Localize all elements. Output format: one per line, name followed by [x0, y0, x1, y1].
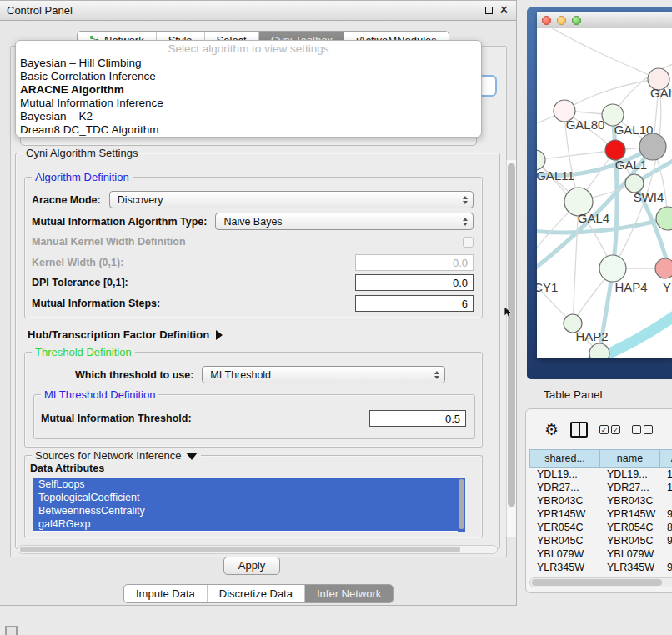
node-label-GCY1: GCY1 [537, 280, 558, 294]
which-threshold-row: Which threshold to use: MI Threshold [75, 366, 474, 383]
table-row[interactable]: YBL079WYBL079W [529, 548, 672, 561]
network-node-GAL11[interactable] [537, 150, 545, 170]
control-panel-title: Control Panel [7, 4, 73, 17]
table-hscroll-thumb[interactable] [532, 579, 662, 586]
table-row[interactable]: YDL19...YDL19...13 [529, 468, 672, 481]
table-cell: 8. [659, 521, 672, 534]
algorithm-option[interactable]: ARACNE Algorithm [16, 83, 481, 97]
settings-vertical-scrollbar[interactable] [506, 160, 516, 537]
attribute-item[interactable]: BetweennessCentrality [33, 504, 465, 518]
algorithm-option[interactable]: Basic Correlation Inference [16, 70, 481, 83]
select-all-icon[interactable]: ✓✓ [599, 425, 620, 434]
table-cell: YBR043C [599, 494, 659, 508]
data-attributes-list[interactable]: SelfLoopsTopologicalCoefficientBetweenne… [33, 478, 465, 532]
attribute-item[interactable]: SelfLoops [33, 478, 465, 491]
network-view-frame: GALGAL80GAL10GAL1GAL11GAL4SWI4GCY1HAP4YH… [527, 8, 672, 379]
network-node-bottom-green[interactable] [589, 343, 609, 358]
network-view-window: GALGAL80GAL10GAL1GAL11GAL4SWI4GCY1HAP4YH… [537, 12, 672, 358]
deselect-all-icon[interactable] [632, 425, 653, 434]
table-panel-title: Table Panel [544, 388, 603, 401]
table-header-cell[interactable]: shared... [529, 449, 599, 468]
table-cell: 13 [659, 468, 672, 481]
table-row[interactable]: YBR043CYBR043C [529, 494, 672, 508]
gear-icon[interactable]: ⚙ [544, 422, 559, 438]
minimize-traffic-light-icon[interactable] [557, 16, 566, 25]
network-edge[interactable] [537, 150, 615, 160]
table-cell: YDL19... [599, 468, 659, 481]
mi-type-row: Mutual Information Algorithm Type: Naive… [32, 212, 474, 230]
kernel-width-field[interactable]: 0.0 [355, 254, 474, 271]
table-row[interactable]: YPR145WYPR145W9. [529, 508, 672, 521]
network-node-salmon-node[interactable] [655, 258, 672, 278]
which-threshold-label: Which threshold to use: [75, 369, 193, 381]
kernel-width-row: Kernel Width (0,1): 0.0 [32, 254, 474, 271]
table-cell: YDL19... [529, 468, 599, 481]
bottom-tab-infer-network[interactable]: Infer Network [305, 585, 393, 602]
table-row[interactable]: YDR27...YDR27...12 [529, 481, 672, 494]
aracne-mode-select[interactable]: Discovery [109, 191, 474, 208]
table-cell: YBL079W [599, 548, 659, 561]
window-grip-icon[interactable] [5, 626, 18, 635]
algorithm-option[interactable]: Mutual Information Inference [16, 97, 481, 110]
vscroll-thumb[interactable] [508, 163, 515, 507]
settings-horizontal-scrollbar[interactable] [18, 545, 498, 554]
network-edge[interactable] [545, 28, 659, 79]
table-panel-card: ⚙ ✓✓ shared...nameAYDL19...YDL19...13YDR… [525, 408, 672, 593]
table-horizontal-scrollbar[interactable] [529, 578, 672, 588]
table-header-cell[interactable]: A [659, 449, 672, 468]
bottom-tab-impute-data[interactable]: Impute Data [124, 585, 208, 602]
mi-threshold-field[interactable]: 0.5 [369, 410, 466, 427]
columns-icon[interactable] [570, 422, 588, 438]
table-header-cell[interactable]: name [599, 449, 659, 468]
dpi-tolerance-field[interactable]: 0.0 [355, 274, 474, 291]
screen: { "window": { "title": "Control Panel", … [0, 0, 672, 635]
close-icon[interactable]: ✕ [499, 3, 509, 16]
hub-definition-row[interactable]: Hub/Transcription Factor Definition [28, 328, 491, 341]
network-graph-canvas[interactable]: GALGAL80GAL10GAL1GAL11GAL4SWI4GCY1HAP4YH… [537, 28, 672, 358]
aracne-mode-row: Aracne Mode: Discovery [32, 191, 474, 208]
table-cell [659, 548, 672, 561]
attribute-item[interactable]: gal4RGexp [33, 518, 465, 531]
sources-group-title: Sources for Network Inference [32, 449, 201, 462]
which-threshold-select[interactable]: MI Threshold [202, 366, 445, 383]
mi-steps-label: Mutual Information Steps: [32, 298, 160, 309]
close-traffic-light-icon[interactable] [542, 16, 551, 25]
network-node-green-big[interactable] [656, 207, 672, 230]
table-cell: YBR045C [599, 534, 659, 548]
bottom-tab-discretize-data[interactable]: Discretize Data [208, 585, 305, 602]
node-label-GAL4: GAL4 [578, 211, 609, 225]
node-table[interactable]: shared...nameAYDL19...YDL19...13YDR27...… [529, 449, 672, 588]
control-panel-titlebar[interactable]: Control Panel ✕ [0, 1, 516, 21]
manual-kernel-checkbox[interactable] [463, 237, 474, 248]
apply-button[interactable]: Apply [223, 557, 280, 575]
table-row[interactable]: YER054CYER054C8. [529, 521, 672, 534]
zoom-traffic-light-icon[interactable] [572, 16, 581, 25]
table-row[interactable]: YLR345WYLR345W9. [529, 561, 672, 574]
node-label-HAP4: HAP4 [614, 280, 647, 294]
cyni-algorithm-settings-group: Cyni Algorithm Settings Algorithm Defini… [15, 152, 500, 549]
bottom-tab-label: Impute Data [136, 588, 195, 600]
node-label-HAP2: HAP2 [575, 329, 608, 343]
disclosure-right-icon[interactable] [216, 330, 223, 340]
table-row[interactable]: YBR045CYBR045C9. [529, 534, 672, 548]
algorithm-option[interactable]: Bayesian – K2 [16, 110, 481, 123]
attribute-item[interactable]: TopologicalCoefficient [33, 491, 465, 504]
table-cell: YBR045C [529, 534, 599, 548]
network-node-gray-node[interactable] [639, 133, 666, 160]
collapse-down-icon[interactable] [186, 452, 198, 460]
table-cell: YLR345W [529, 561, 599, 574]
table-cell: YDR27... [529, 481, 599, 494]
table-cell: 9. [659, 534, 672, 548]
table-toolbar: ⚙ ✓✓ [526, 409, 672, 449]
mi-steps-field[interactable]: 6 [355, 295, 474, 312]
hscroll-thumb[interactable] [20, 547, 460, 552]
network-node-HAP4[interactable] [599, 255, 626, 282]
attributes-scrollbar[interactable] [458, 478, 465, 532]
mi-type-select[interactable]: Naive Bayes [215, 212, 474, 230]
node-label-pink-top: GAL [650, 86, 672, 100]
bottom-tab-label: Discretize Data [219, 588, 293, 600]
algorithm-option[interactable]: Dream8 DC_TDC Algorithm [16, 123, 481, 137]
float-window-icon[interactable] [485, 7, 493, 14]
network-window-titlebar[interactable] [537, 12, 672, 28]
algorithm-option[interactable]: Bayesian – Hill Climbing [16, 57, 481, 70]
